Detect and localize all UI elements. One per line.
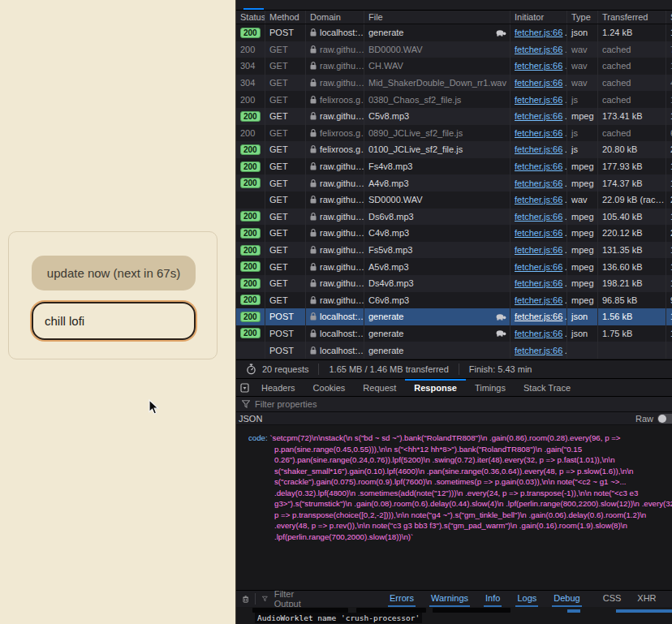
file-cell: Fs5v8.mp3 [364,242,510,259]
file-label: generate [368,312,403,321]
domain-label: raw.githu… [320,262,364,272]
update-now-button[interactable]: update now (next in 67s) [32,256,196,290]
initiator-link[interactable]: fetcher.js:66 [515,144,562,154]
column-header-initiator[interactable]: Initiator [510,11,567,24]
console-filter-xhr[interactable]: XHR [635,592,657,606]
devtools-top-strip [236,0,672,11]
table-row[interactable]: GET raw.githu… SD0000.WAV fetcher.js:66 … [236,192,672,209]
json-section-bar: JSON Raw [236,412,672,425]
initiator-link[interactable]: fetcher.js:66 [515,212,562,222]
table-row[interactable]: 200 POST localhost:… generate fetcher.js… [236,24,672,41]
initiator-link[interactable]: fetcher.js:66 [515,245,562,255]
raw-toggle[interactable] [657,414,672,424]
column-header-transferred[interactable]: Transferred [598,11,666,24]
table-row[interactable]: 304 GET raw.githu… Mid_ShakerDouble_Down… [236,75,672,92]
table-row[interactable]: 200 GET raw.githu… Fs4v8.mp3 fetcher.js:… [236,158,672,175]
filter-properties-bar[interactable]: Filter properties [236,397,672,412]
column-header-method[interactable]: Method [265,11,306,24]
console-filter-logs[interactable]: Logs [515,592,538,606]
tab-timings[interactable]: Timings [466,379,515,396]
status-badge: 200 [240,228,261,239]
lock-icon [310,329,317,338]
table-row[interactable]: 200 GET raw.githu… C5v8.mp3 fetcher.js:6… [236,108,672,125]
lock-icon [310,246,317,254]
table-row[interactable]: 200 GET raw.githu… BD0000.WAV fetcher.js… [236,41,672,58]
initiator-link[interactable]: fetcher.js:66 [515,179,562,188]
console-output[interactable]: AudioWorklet name 'crush-processor' [236,607,672,624]
network-details-icon[interactable] [236,379,252,396]
column-header-file[interactable]: File [364,11,510,24]
table-row[interactable]: 304 GET raw.githu… CH.WAV fetcher.js:66 … [236,58,672,75]
initiator-link[interactable]: fetcher.js:66 [515,161,562,171]
initiator-link[interactable]: fetcher.js:66 [515,61,562,71]
console-filter-debug[interactable]: Debug [552,592,581,606]
prompt-input[interactable] [32,302,196,340]
column-header-s[interactable]: S [666,11,672,24]
table-row[interactable]: 200 GET raw.githu… Ds4v8.mp3 fetcher.js:… [236,275,672,292]
initiator-link[interactable]: fetcher.js:66 [515,28,562,37]
status-badge: 200 [240,312,261,322]
console-filter-info[interactable]: Info [484,592,502,606]
requests-count: 20 requests [262,364,308,374]
initiator-link[interactable]: fetcher.js:66 [515,78,562,88]
table-row[interactable]: 200 GET raw.githu… C4v8.mp3 fetcher.js:6… [236,225,672,242]
table-row[interactable]: POST localhost:… generate fetcher.js:66 … [236,342,672,359]
size-cell: 1 [666,258,672,275]
initiator-link[interactable]: fetcher.js:66 [515,346,562,355]
table-row[interactable]: 200 GET raw.githu… A5v8.mp3 fetcher.js:6… [236,258,672,275]
filter-output-placeholder[interactable]: Filter Output [274,589,307,609]
tab-stack-trace[interactable]: Stack Trace [515,379,579,396]
lock-icon [310,179,317,187]
table-row[interactable]: 200 GET felixroos.g… 0890_JCLive_sf2_fil… [236,125,672,142]
column-header-type[interactable]: Type [567,11,598,24]
table-row[interactable]: 200 GET raw.githu… Ds6v8.mp3 fetcher.js:… [236,209,672,226]
size-cell: 1 [666,275,672,292]
domain-cell: localhost:… [306,24,364,41]
domain-cell: raw.githu… [306,75,364,92]
json-code-line: code: `setcpm(72)\n\nstack(\n s("bd ~ sd… [236,425,672,444]
console-filter-errors[interactable]: Errors [388,592,416,606]
size-cell: 1 [666,91,672,108]
column-header-domain[interactable]: Domain [306,11,364,24]
domain-label: raw.githu… [320,278,364,288]
table-row[interactable]: 200 POST localhost:… generate fetcher.js… [236,325,672,342]
initiator-link[interactable]: fetcher.js:66 [515,45,562,54]
console-filter-warnings[interactable]: Warnings [429,592,470,606]
column-header-status[interactable]: Status [236,11,265,24]
table-row[interactable]: 200 GET raw.githu… Fs5v8.mp3 fetcher.js:… [236,242,672,259]
type-cell: json [567,325,598,342]
json-code-line: .lpf(perlin.range(700,2000).slow(18))\n)… [236,531,672,543]
tab-response[interactable]: Response [405,379,466,396]
file-cell: generate [364,24,510,41]
turtle-slow-icon [495,313,506,321]
console-filter-css[interactable]: CSS [601,592,623,606]
tab-cookies[interactable]: Cookies [304,379,355,396]
json-code-line: .delay(0.32).lpf(4800)\n .sometimes(add(… [236,488,672,499]
response-json-viewer[interactable]: code: `setcpm(72)\n\nstack(\n s("bd ~ sd… [236,425,672,590]
table-row[interactable]: 200 GET felixroos.g… 0380_Chaos_sf2_file… [236,91,672,108]
file-label: Ds6v8.mp3 [368,212,414,222]
initiator-link[interactable]: fetcher.js:66 [515,295,562,305]
table-row[interactable]: 200 GET raw.githu… C6v8.mp3 fetcher.js:6… [236,292,672,309]
initiator-link[interactable]: fetcher.js:66 [515,329,562,338]
initiator-link[interactable]: fetcher.js:66 [515,95,562,105]
initiator-cell: fetcher.js:66 … [510,209,567,226]
size-cell: 1 [666,308,672,325]
table-row[interactable]: 200 GET raw.githu… A4v8.mp3 fetcher.js:6… [236,174,672,192]
method-cell: POST [265,308,306,325]
tab-request[interactable]: Request [354,379,405,396]
trash-icon[interactable] [243,594,248,605]
status-cell [236,342,265,359]
initiator-link[interactable]: fetcher.js:66 [515,228,562,238]
initiator-link[interactable]: fetcher.js:66 [515,195,562,204]
type-cell: mpeg [567,174,598,192]
initiator-link[interactable]: fetcher.js:66 [515,312,562,321]
initiator-link[interactable]: fetcher.js:66 [515,278,562,288]
table-row[interactable]: 200 POST localhost:… generate fetcher.js… [236,308,672,325]
initiator-link[interactable]: fetcher.js:66 [515,111,562,121]
initiator-link[interactable]: fetcher.js:66 [515,128,562,138]
tab-headers[interactable]: Headers [252,379,304,396]
initiator-cell: fetcher.js:66 … [510,158,567,175]
initiator-link[interactable]: fetcher.js:66 [515,262,562,272]
table-row[interactable]: 200 GET felixroos.g… 0100_JCLive_sf2_fil… [236,141,672,158]
